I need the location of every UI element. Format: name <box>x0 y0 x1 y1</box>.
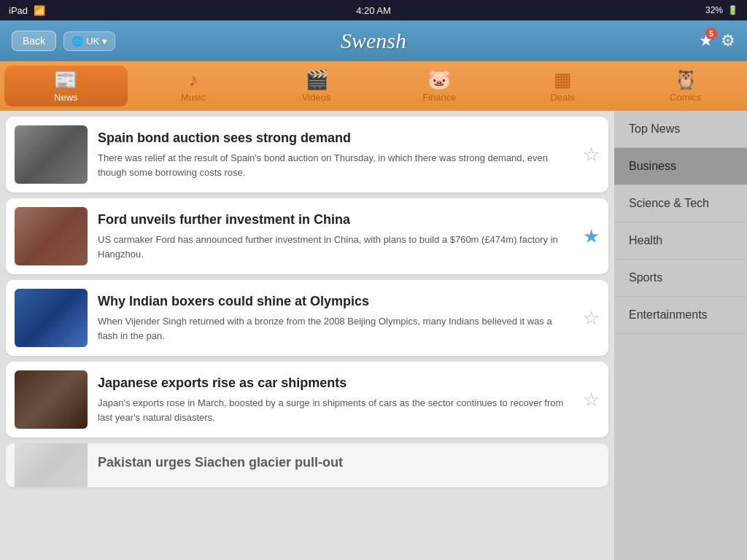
sidebar-item-sports[interactable]: Sports <box>614 260 747 297</box>
sidebar-item-label: Sports <box>629 271 662 284</box>
article-excerpt: When Vijender Singh returned with a bron… <box>98 314 573 343</box>
settings-button[interactable]: ⚙ <box>721 31 735 50</box>
article-body: Japanese exports rise as car shipments J… <box>98 375 573 424</box>
region-selector[interactable]: 🌐 UK ▾ <box>63 31 115 51</box>
battery-icon: 🔋 <box>727 5 738 15</box>
article-star-button[interactable]: ☆ <box>583 389 600 411</box>
sidebar-item-label: Entertainments <box>629 308 708 321</box>
news-tab-label: News <box>54 92 78 103</box>
article-star-button[interactable]: ★ <box>583 225 600 248</box>
article-thumbnail <box>15 125 88 184</box>
sidebar-item-label: Science & Tech <box>629 197 709 209</box>
sidebar-item-entertainments[interactable]: Entertainments <box>614 297 747 334</box>
status-bar: iPad 📶 4:20 AM 32% 🔋 <box>0 0 747 20</box>
region-label: UK <box>86 36 99 47</box>
finance-tab-label: Finance <box>422 92 456 103</box>
article-title: Why Indian boxers could shine at Olympic… <box>98 293 573 310</box>
article-excerpt: Japan's exports rose in March, boosted b… <box>98 396 573 424</box>
notification-badge: 5 <box>705 28 717 39</box>
sidebar-item-label: Health <box>629 234 662 246</box>
article-card[interactable]: Ford unveils further investment in China… <box>6 198 608 274</box>
article-title: Japanese exports rise as car shipments <box>98 375 573 392</box>
tab-deals[interactable]: ▦ Deals <box>501 61 624 111</box>
article-card[interactable]: Pakistan urges Siachen glacier pull-out <box>6 443 608 487</box>
status-time: 4:20 AM <box>356 5 391 16</box>
article-body: Spain bond auction sees strong demand Th… <box>98 130 573 179</box>
article-title: Spain bond auction sees strong demand <box>98 130 573 147</box>
article-card[interactable]: Why Indian boxers could shine at Olympic… <box>6 280 608 356</box>
music-tab-label: Music <box>181 92 206 103</box>
tab-bar: 📰 News ♪ Music 🎬 Videos 🐷 Finance ▦ Deal… <box>0 61 747 111</box>
article-title: Pakistan urges Siachen glacier pull-out <box>98 454 600 471</box>
article-thumbnail <box>15 207 88 265</box>
sidebar: Top News Business Science & Tech Health … <box>614 111 747 560</box>
tab-finance[interactable]: 🐷 Finance <box>378 61 501 111</box>
sidebar-item-label: Business <box>629 160 676 172</box>
comics-tab-icon: 🦉 <box>674 70 697 89</box>
article-excerpt: US carmaker Ford has announced further i… <box>98 233 573 261</box>
videos-tab-label: Videos <box>302 92 331 103</box>
tab-music[interactable]: ♪ Music <box>132 61 255 111</box>
article-thumbnail <box>15 443 88 487</box>
tab-news[interactable]: 📰 News <box>4 66 128 106</box>
gear-icon: ⚙ <box>721 31 735 50</box>
news-tab-icon: 📰 <box>54 70 77 89</box>
status-left: iPad 📶 <box>9 5 45 16</box>
sidebar-item-science-tech[interactable]: Science & Tech <box>614 185 747 222</box>
favorites-button[interactable]: ★ 5 <box>699 31 713 50</box>
articles-list: Spain bond auction sees strong demand Th… <box>0 111 614 560</box>
header: Back 🌐 UK ▾ Swensh ★ 5 ⚙ <box>0 20 747 61</box>
article-star-button[interactable]: ☆ <box>583 144 600 166</box>
deals-tab-label: Deals <box>550 92 574 103</box>
tab-comics[interactable]: 🦉 Comics <box>624 61 747 111</box>
music-tab-icon: ♪ <box>189 70 198 89</box>
deals-tab-icon: ▦ <box>554 70 572 89</box>
tab-videos[interactable]: 🎬 Videos <box>255 61 378 111</box>
article-body: Why Indian boxers could shine at Olympic… <box>98 293 573 343</box>
globe-icon: 🌐 <box>71 36 83 47</box>
article-body: Ford unveils further investment in China… <box>98 211 573 261</box>
article-thumbnail <box>15 289 88 347</box>
sidebar-item-health[interactable]: Health <box>614 222 747 260</box>
battery-label: 32% <box>705 5 723 15</box>
article-star-button[interactable]: ☆ <box>583 307 600 330</box>
back-button[interactable]: Back <box>12 31 56 51</box>
sidebar-item-business[interactable]: Business <box>614 148 747 185</box>
article-excerpt: There was relief at the result of Spain'… <box>98 151 573 179</box>
article-card[interactable]: Japanese exports rise as car shipments J… <box>6 362 608 438</box>
comics-tab-label: Comics <box>670 92 701 103</box>
article-body: Pakistan urges Siachen glacier pull-out <box>98 454 600 475</box>
videos-tab-icon: 🎬 <box>305 70 328 89</box>
app-title: Swensh <box>341 28 406 53</box>
main-content: Spain bond auction sees strong demand Th… <box>0 111 747 560</box>
header-left: Back 🌐 UK ▾ <box>12 31 115 51</box>
sidebar-item-label: Top News <box>629 122 680 135</box>
finance-tab-icon: 🐷 <box>427 70 451 89</box>
article-card[interactable]: Spain bond auction sees strong demand Th… <box>6 117 608 192</box>
wifi-icon: 📶 <box>34 5 45 16</box>
chevron-down-icon: ▾ <box>102 36 107 47</box>
article-thumbnail <box>15 370 88 429</box>
sidebar-item-top-news[interactable]: Top News <box>614 111 747 148</box>
article-title: Ford unveils further investment in China <box>98 211 573 228</box>
status-right: 32% 🔋 <box>705 5 738 15</box>
ipad-label: iPad <box>9 5 28 16</box>
header-right: ★ 5 ⚙ <box>699 31 735 50</box>
